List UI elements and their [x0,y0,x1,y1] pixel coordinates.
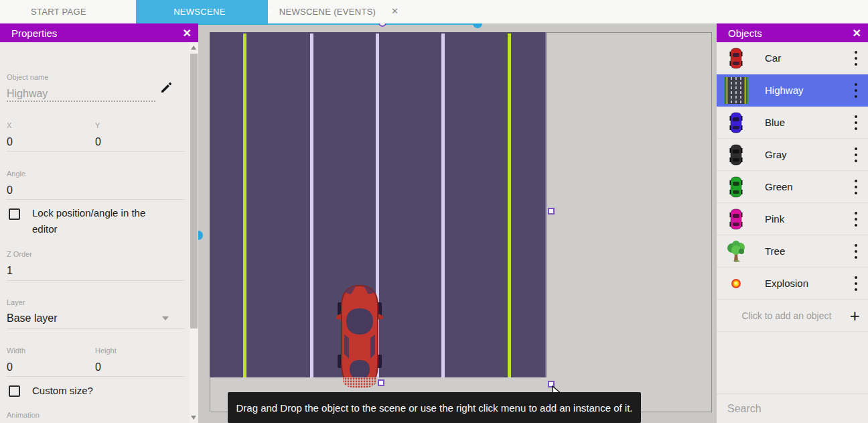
kebab-menu-icon[interactable] [849,274,863,292]
custom-size-checkbox[interactable] [9,385,20,397]
tree-icon [723,240,749,263]
chevron-down-icon[interactable] [162,316,169,320]
y-field[interactable]: 0 [95,136,101,148]
x-label: X [7,121,11,129]
x-field[interactable]: 0 [7,136,13,148]
lane-line-yellow [243,34,246,377]
object-row-car[interactable]: Car [717,42,868,74]
properties-panel-title: Properties [11,27,57,39]
resize-handle-right[interactable] [548,208,555,215]
object-name-field[interactable]: Highway [7,88,48,100]
properties-panel: Properties ✕ Object name Highway X 0 Y 0… [0,23,198,423]
kebab-menu-icon[interactable] [849,145,863,164]
tab-newscene[interactable]: NEWSCENE ✕ [136,0,268,23]
object-name: Tree [749,245,849,257]
editor-tab-bar: START PAGE NEWSCENE ✕ NEWSCENE (EVENTS) … [0,0,868,23]
object-row-green[interactable]: Green [717,171,868,203]
car-instance[interactable] [334,284,386,389]
tab-newscene-events[interactable]: NEWSCENE (EVENTS) [277,0,378,23]
object-row-blue[interactable]: Blue [717,107,868,139]
kebab-menu-icon[interactable] [849,178,863,196]
lock-position-label: Lock position/angle in the editor [32,205,166,237]
close-icon[interactable]: ✕ [388,6,401,16]
kebab-menu-icon[interactable] [849,242,863,260]
z-order-field[interactable]: 1 [7,265,13,277]
lane-line-yellow [508,34,511,377]
y-label: Y [95,121,100,129]
object-row-tree[interactable]: Tree [717,235,868,267]
car-icon [723,208,749,230]
field-underline [7,151,184,152]
selection-handle-top[interactable] [473,23,482,28]
layer-label: Layer [7,298,25,306]
selection-top-edge [198,23,478,25]
tab-start-page[interactable]: START PAGE [27,0,90,23]
plus-icon[interactable]: + [850,309,860,322]
add-object-label: Click to add an object [723,310,850,321]
tooltip-text: Drag and Drop the object to the scene or… [236,402,632,414]
car-icon [723,112,749,133]
field-underline [7,280,184,281]
highway-icon [723,77,749,104]
object-name: Gray [749,149,849,160]
object-name: Green [749,181,849,192]
kebab-menu-icon[interactable] [849,81,863,99]
add-object-row[interactable]: Click to add an object + [717,300,868,332]
field-underline [7,328,184,329]
explosion-icon [723,278,749,289]
custom-size-label: Custom size? [32,383,93,399]
properties-scrollbar[interactable] [190,42,198,423]
object-name: Car [749,52,849,64]
angle-label: Angle [7,170,25,178]
selection-handle-left[interactable] [198,231,203,240]
objects-panel-title: Objects [728,27,762,39]
width-field[interactable]: 0 [7,361,13,373]
tab-label: START PAGE [31,7,86,17]
lane-line-white [310,34,313,377]
scroll-down-icon[interactable] [191,416,196,420]
z-order-label: Z Order [7,250,32,258]
close-icon[interactable]: ✕ [853,27,861,40]
object-name-label: Object name [7,73,48,81]
kebab-menu-icon[interactable] [849,113,863,131]
objects-panel: Objects ✕ Car [717,23,868,423]
scrollbar-thumb[interactable] [190,54,198,328]
edit-pencil-icon[interactable] [159,81,173,95]
objects-panel-header: Objects ✕ [717,23,868,42]
kebab-menu-icon[interactable] [849,210,863,228]
field-underline [7,199,184,200]
height-field[interactable]: 0 [95,361,101,373]
object-row-explosion[interactable]: Explosion [717,267,868,300]
object-row-pink[interactable]: Pink [717,203,868,235]
object-name-dotted-underline [7,101,155,102]
object-name: Explosion [749,278,849,289]
kebab-menu-icon[interactable] [849,49,863,67]
scene-canvas[interactable]: Drag and Drop the object to the scene or… [198,23,717,423]
animation-label: Animation [7,411,40,419]
object-row-highway[interactable]: Highway [717,74,868,107]
selection-rotate-handle[interactable] [378,23,386,27]
properties-panel-header: Properties ✕ [0,23,198,42]
close-icon[interactable]: ✕ [265,7,277,17]
close-icon[interactable]: ✕ [183,27,192,40]
object-row-gray[interactable]: Gray [717,139,868,171]
lane-line-white [441,34,445,377]
object-name: Pink [749,213,849,225]
objects-search-row [717,394,868,423]
field-underline [7,376,184,377]
drag-drop-tooltip: Drag and Drop the object to the scene or… [228,392,641,423]
lock-position-checkbox[interactable] [9,208,20,220]
search-input[interactable] [727,403,866,415]
layer-select[interactable]: Base layer [7,312,58,324]
car-icon [723,144,749,166]
car-icon [723,176,749,198]
tab-label: NEWSCENE [173,7,226,17]
object-name: Blue [749,117,849,128]
tab-label: NEWSCENE (EVENTS) [279,7,376,17]
resize-handle-bottom[interactable] [378,379,384,386]
properties-panel-body: Object name Highway X 0 Y 0 Angle 0 Lock… [0,42,190,423]
object-name: Highway [749,84,849,96]
height-label: Height [95,347,117,355]
scroll-up-icon[interactable] [191,46,196,50]
angle-field[interactable]: 0 [7,184,13,196]
